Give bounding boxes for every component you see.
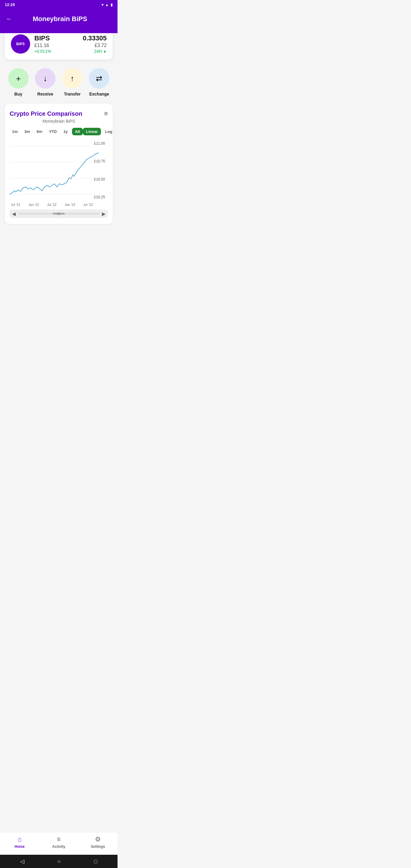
battery-icon: ▮ — [110, 3, 113, 7]
exchange-label: Exchange — [89, 92, 109, 96]
filter-ytd[interactable]: YTD — [46, 128, 59, 135]
arrow-up-icon: ▲ — [103, 49, 107, 53]
status-time: 12:29 — [5, 2, 15, 7]
receive-label: Receive — [37, 92, 53, 96]
chart-wrapper: £11.00 £10.75 £10.50 £10.25 Jul '21 Jan … — [10, 140, 108, 218]
price-label-2: £10.75 — [94, 159, 109, 163]
x-label-5: Jul '23 — [84, 203, 93, 207]
chart-svg — [10, 140, 108, 200]
filter-group: 1m 3m 6m YTD 1y All — [10, 128, 83, 135]
x-label-4: Jan '23 — [65, 203, 75, 207]
chart-menu-icon[interactable]: ≡ — [104, 110, 108, 118]
wifi-icon: ▾ — [101, 3, 103, 7]
price-label-4: £10.25 — [94, 195, 109, 199]
chart-section: Crypto Price Comparison ≡ Moneybrain BiP… — [5, 104, 113, 224]
coin-details: BIPS £11.16 +0.011% — [34, 34, 51, 54]
exchange-circle: ⇄ — [89, 68, 109, 89]
coin-logo: BiPS — [11, 34, 30, 54]
x-label-3: Jul '22 — [47, 203, 56, 207]
scale-log[interactable]: Log — [102, 128, 116, 135]
x-label-1: Jul '21 — [11, 203, 20, 207]
status-bar: 12:29 ▾ ▲ ▮ — [0, 0, 118, 9]
value-gbp: £3.72 — [83, 43, 107, 48]
x-labels: Jul '21 Jan '22 Jul '22 Jan '23 Jul '23 — [10, 203, 108, 207]
coin-symbol: BIPS — [34, 34, 51, 42]
price-labels: £11.00 £10.75 £10.50 £10.25 — [94, 140, 109, 200]
buy-circle: ＋ — [8, 68, 29, 89]
action-buttons: ＋ Buy ↓ Receive ↑ Transfer ⇄ Exchange — [0, 60, 118, 101]
transfer-label: Transfer — [64, 92, 81, 96]
filter-1m[interactable]: 1m — [10, 128, 20, 135]
status-icons: ▾ ▲ ▮ — [101, 3, 113, 7]
filter-all[interactable]: All — [72, 128, 83, 135]
exchange-button[interactable]: ⇄ Exchange — [89, 68, 109, 96]
chart-area: £11.00 £10.75 £10.50 £10.25 — [10, 140, 108, 200]
header: ← Moneybrain BiPS — [0, 9, 118, 33]
time-filters: 1m 3m 6m YTD 1y All Linear Log — [10, 128, 108, 135]
buy-label: Buy — [14, 92, 22, 96]
coin-price: £11.16 — [34, 43, 51, 48]
scale-linear[interactable]: Linear — [83, 128, 101, 135]
filter-1y[interactable]: 1y — [61, 128, 70, 135]
filter-6m[interactable]: 6m — [34, 128, 45, 135]
scroll-handle[interactable]: ||| — [53, 213, 65, 215]
scroll-track[interactable]: ||| — [18, 213, 99, 215]
chart-title: Crypto Price Comparison — [10, 110, 82, 117]
back-button[interactable]: ← — [5, 14, 13, 24]
transfer-circle: ↑ — [62, 68, 83, 89]
scroll-right-icon[interactable]: ▶ — [102, 211, 105, 217]
value-amount: 0.33305 — [83, 34, 107, 42]
receive-circle: ↓ — [35, 68, 56, 89]
page-title: Moneybrain BiPS — [17, 15, 103, 23]
coin-info: BiPS BIPS £11.16 +0.011% — [11, 34, 51, 54]
signal-icon: ▲ — [105, 3, 109, 7]
coin-change: +0.011% — [34, 49, 51, 54]
scale-group: Linear Log — [83, 128, 115, 135]
price-label-1: £11.00 — [94, 141, 109, 146]
x-label-2: Jan '22 — [28, 203, 39, 207]
coin-value: 0.33305 £3.72 24H ▲ — [83, 34, 107, 54]
chart-scrollbar: ◀ ||| ▶ — [10, 210, 108, 218]
buy-button[interactable]: ＋ Buy — [8, 68, 29, 96]
scroll-left-icon[interactable]: ◀ — [12, 211, 16, 217]
chart-subtitle: Moneybrain BiPS — [10, 119, 108, 124]
receive-button[interactable]: ↓ Receive — [35, 68, 56, 96]
price-label-3: £10.50 — [94, 177, 109, 181]
transfer-button[interactable]: ↑ Transfer — [62, 68, 83, 96]
value-24h: 24H ▲ — [83, 49, 107, 54]
filter-3m[interactable]: 3m — [22, 128, 33, 135]
chart-header: Crypto Price Comparison ≡ — [10, 110, 108, 118]
